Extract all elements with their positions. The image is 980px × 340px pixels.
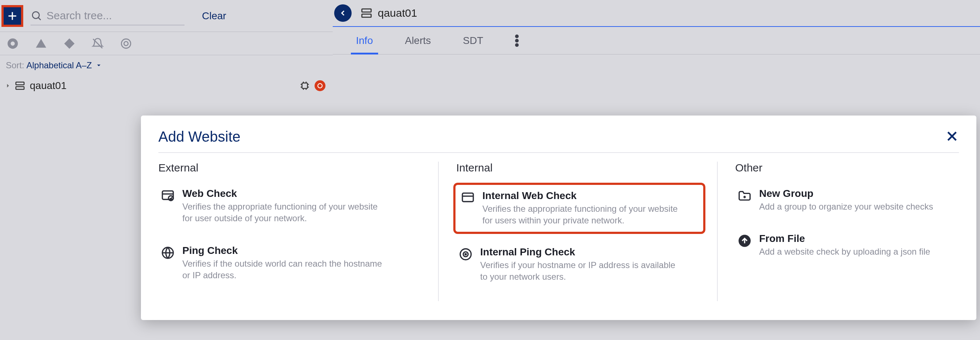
search-icon [30,10,42,21]
bell-off-icon[interactable] [92,37,104,50]
option-desc: Add a group to organize your website che… [759,201,933,213]
alert-badge-icon[interactable] [315,80,325,91]
svg-line-3 [38,18,41,20]
svg-point-8 [124,41,128,45]
ping-globe-icon [161,246,175,260]
add-button[interactable] [2,5,23,27]
clear-button[interactable]: Clear [202,10,226,22]
toolbar: Clear [0,0,333,32]
browser-check-icon [161,189,175,203]
tab-label: Alerts [405,35,431,46]
close-icon [945,129,959,143]
tab-label: Info [356,35,373,46]
search-input[interactable] [46,10,185,22]
filter-icon-row [0,32,333,55]
option-title: Internal Ping Check [480,246,684,258]
tab-sdt[interactable]: SDT [463,27,483,54]
option-from-file[interactable]: From File Add a website check by uploadi… [735,231,944,260]
tab-alerts[interactable]: Alerts [405,27,431,54]
svg-point-7 [121,39,131,48]
option-web-check[interactable]: Web Check Verifies the appropriate funct… [158,186,423,227]
upload-icon [737,234,752,248]
server-icon [14,80,25,91]
tab-row: Info Alerts SDT [333,27,980,54]
svg-rect-24 [362,14,371,17]
option-desc: Verifies the appropriate functioning of … [482,203,686,227]
tree-item-label: qauat01 [30,80,67,92]
chevron-left-icon [339,9,347,17]
back-button[interactable] [334,4,352,22]
tab-label: SDT [463,35,483,46]
diamond-icon[interactable] [63,37,76,50]
option-desc: Verifies if your hostname or IP address … [480,259,684,283]
option-title: Ping Check [182,245,386,256]
tab-info[interactable]: Info [356,27,373,54]
svg-point-2 [32,12,39,19]
option-desc: Add a website check by uploading a json … [759,246,930,257]
chevron-down-icon [95,62,102,69]
option-title: Web Check [182,188,386,199]
warning-icon[interactable] [35,37,47,50]
tab-more-menu[interactable] [515,35,519,47]
column-heading: Internal [456,162,703,174]
add-website-modal: Add Website External Web Check Verifies … [141,116,976,320]
modal-column-other: Other New Group Add a group to organize … [718,162,959,301]
option-title: New Group [759,188,933,199]
option-title: Internal Web Check [482,190,686,202]
folder-plus-icon [737,189,752,203]
search-field[interactable] [30,6,185,25]
ping-target-icon [458,247,473,262]
svg-rect-13 [302,83,308,89]
status-icon[interactable] [6,37,19,50]
close-button[interactable] [945,129,959,145]
tree-item[interactable]: qauat01 [0,76,333,96]
option-title: From File [759,233,930,245]
option-desc: Verifies if the outside world can reach … [182,258,386,281]
svg-point-35 [465,254,466,255]
svg-rect-9 [16,82,24,85]
target-icon[interactable] [120,37,132,50]
svg-point-5 [11,41,14,45]
sort-dropdown[interactable]: Alphabetical A–Z [27,60,102,70]
modal-column-external: External Web Check Verifies the appropri… [158,162,438,301]
sort-label: Sort: [6,60,24,70]
sort-row: Sort: Alphabetical A–Z [0,55,333,76]
svg-rect-31 [462,193,473,202]
column-heading: External [158,162,423,174]
chip-icon[interactable] [299,80,310,91]
modal-title: Add Website [158,129,240,145]
svg-point-22 [318,84,322,88]
option-internal-web-check[interactable]: Internal Web Check Verifies the appropri… [456,186,703,231]
option-desc: Verifies the appropriate functioning of … [182,201,386,224]
modal-column-internal: Internal Internal Web Check Verifies the… [438,162,718,301]
page-title: qauat01 [378,7,417,19]
browser-icon [461,191,475,205]
option-ping-check[interactable]: Ping Check Verifies if the outside world… [158,243,423,284]
option-internal-ping-check[interactable]: Internal Ping Check Verifies if your hos… [456,244,703,285]
option-new-group[interactable]: New Group Add a group to organize your w… [735,186,944,214]
svg-rect-10 [16,87,24,90]
sort-value: Alphabetical A–Z [27,60,92,70]
chevron-right-icon[interactable] [4,82,12,89]
main-header: qauat01 [333,0,980,27]
column-heading: Other [735,162,944,174]
server-icon [360,7,373,19]
svg-rect-23 [362,9,371,12]
